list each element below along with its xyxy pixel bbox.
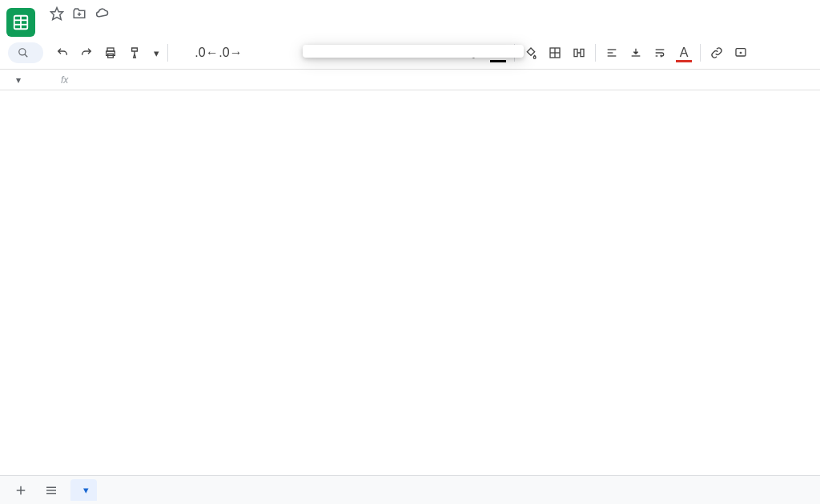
print-icon[interactable] — [99, 42, 122, 64]
borders-icon[interactable] — [544, 42, 566, 64]
percent-button[interactable] — [184, 42, 194, 64]
fx-label: fx — [61, 74, 68, 86]
sheet-tab[interactable]: ▾ — [70, 479, 97, 501]
undo-icon[interactable] — [51, 42, 74, 64]
comment-icon[interactable] — [730, 42, 752, 64]
halign-icon[interactable] — [601, 42, 623, 64]
text-rotation-icon[interactable]: A — [673, 42, 695, 64]
cloud-icon[interactable] — [94, 6, 109, 21]
increase-decimal-icon[interactable]: .0→ — [219, 42, 242, 64]
star-icon[interactable] — [50, 6, 64, 21]
paint-format-icon[interactable] — [123, 42, 146, 64]
zoom-select[interactable]: ▾ — [147, 47, 163, 59]
valign-icon[interactable] — [625, 42, 647, 64]
svg-line-6 — [25, 54, 28, 58]
decrease-decimal-icon[interactable]: .0← — [195, 42, 218, 64]
svg-marker-4 — [51, 8, 63, 20]
redo-icon[interactable] — [75, 42, 98, 64]
link-icon[interactable] — [705, 42, 728, 64]
svg-point-5 — [19, 49, 26, 55]
sheet-tab-bar: ▾ — [0, 475, 820, 504]
add-sheet-button[interactable] — [10, 479, 32, 502]
name-box[interactable]: ▾ — [0, 74, 48, 86]
move-icon[interactable] — [72, 6, 86, 21]
sheets-logo[interactable] — [6, 8, 35, 37]
all-sheets-button[interactable] — [40, 479, 62, 502]
extensions-menu — [303, 45, 524, 58]
currency-button[interactable] — [173, 42, 183, 64]
merge-icon[interactable] — [568, 42, 590, 64]
menu-search[interactable] — [8, 42, 43, 63]
wrap-icon[interactable] — [649, 42, 671, 64]
